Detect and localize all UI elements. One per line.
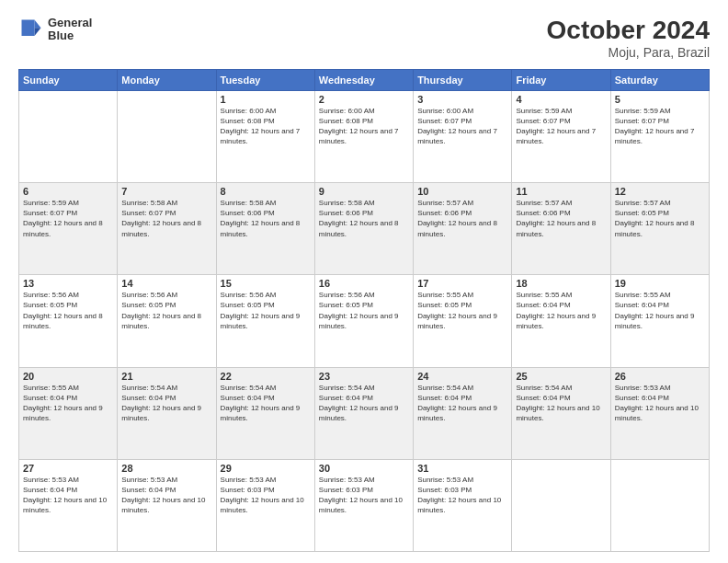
day-number: 24 (417, 371, 507, 382)
day-number: 22 (221, 371, 311, 382)
calendar-cell: 22Sunrise: 5:54 AMSunset: 6:04 PMDayligh… (216, 367, 314, 459)
calendar-cell: 14Sunrise: 5:56 AMSunset: 6:05 PMDayligh… (118, 275, 216, 367)
day-number: 26 (615, 371, 705, 382)
day-info: Sunrise: 5:58 AMSunset: 6:06 PMDaylight:… (221, 198, 311, 239)
day-header-friday: Friday (512, 69, 610, 90)
day-number: 14 (121, 278, 211, 289)
calendar-cell: 24Sunrise: 5:54 AMSunset: 6:04 PMDayligh… (414, 367, 512, 459)
calendar-cell: 18Sunrise: 5:55 AMSunset: 6:04 PMDayligh… (512, 275, 610, 367)
calendar-cell: 8Sunrise: 5:58 AMSunset: 6:06 PMDaylight… (216, 183, 314, 275)
calendar-cell: 3Sunrise: 6:00 AMSunset: 6:07 PMDaylight… (414, 90, 512, 182)
calendar-cell: 6Sunrise: 5:59 AMSunset: 6:07 PMDaylight… (19, 183, 118, 275)
calendar-cell: 5Sunrise: 5:59 AMSunset: 6:07 PMDaylight… (610, 90, 709, 182)
calendar-cell: 28Sunrise: 5:53 AMSunset: 6:04 PMDayligh… (118, 459, 216, 551)
calendar-cell: 15Sunrise: 5:56 AMSunset: 6:05 PMDayligh… (216, 275, 314, 367)
week-row-4: 20Sunrise: 5:55 AMSunset: 6:04 PMDayligh… (19, 367, 710, 459)
calendar-cell: 19Sunrise: 5:55 AMSunset: 6:04 PMDayligh… (610, 275, 709, 367)
logo-line1: General (48, 17, 92, 29)
day-info: Sunrise: 5:53 AMSunset: 6:04 PMDaylight:… (615, 383, 705, 424)
calendar-cell: 12Sunrise: 5:57 AMSunset: 6:05 PMDayligh… (610, 183, 709, 275)
day-number: 5 (615, 94, 705, 105)
day-info: Sunrise: 5:57 AMSunset: 6:06 PMDaylight:… (417, 198, 507, 239)
day-info: Sunrise: 5:56 AMSunset: 6:05 PMDaylight:… (23, 290, 113, 331)
calendar-cell: 13Sunrise: 5:56 AMSunset: 6:05 PMDayligh… (19, 275, 118, 367)
calendar-cell: 4Sunrise: 5:59 AMSunset: 6:07 PMDaylight… (512, 90, 610, 182)
day-header-wednesday: Wednesday (314, 69, 413, 90)
day-number: 4 (516, 94, 606, 105)
calendar-cell (512, 459, 610, 551)
day-info: Sunrise: 5:53 AMSunset: 6:04 PMDaylight:… (121, 475, 211, 516)
day-number: 12 (615, 186, 705, 197)
header: General Blue October 2024 Moju, Para, Br… (18, 17, 710, 60)
day-info: Sunrise: 5:54 AMSunset: 6:04 PMDaylight:… (221, 383, 311, 424)
calendar-subtitle: Moju, Para, Brazil (547, 45, 710, 60)
title-area: October 2024 Moju, Para, Brazil (547, 17, 710, 60)
day-number: 2 (319, 94, 409, 105)
day-number: 25 (516, 371, 606, 382)
calendar-cell: 16Sunrise: 5:56 AMSunset: 6:05 PMDayligh… (314, 275, 413, 367)
day-info: Sunrise: 5:59 AMSunset: 6:07 PMDaylight:… (23, 198, 113, 239)
day-info: Sunrise: 5:53 AMSunset: 6:03 PMDaylight:… (319, 475, 409, 516)
day-info: Sunrise: 5:56 AMSunset: 6:05 PMDaylight:… (319, 290, 409, 331)
day-info: Sunrise: 5:54 AMSunset: 6:04 PMDaylight:… (417, 383, 507, 424)
day-number: 31 (417, 463, 507, 474)
calendar-table: SundayMondayTuesdayWednesdayThursdayFrid… (18, 69, 710, 552)
calendar-cell: 11Sunrise: 5:57 AMSunset: 6:06 PMDayligh… (512, 183, 610, 275)
day-info: Sunrise: 6:00 AMSunset: 6:08 PMDaylight:… (221, 106, 311, 147)
calendar-cell: 1Sunrise: 6:00 AMSunset: 6:08 PMDaylight… (216, 90, 314, 182)
day-number: 9 (319, 186, 409, 197)
day-info: Sunrise: 5:53 AMSunset: 6:03 PMDaylight:… (221, 475, 311, 516)
day-number: 11 (516, 186, 606, 197)
week-row-3: 13Sunrise: 5:56 AMSunset: 6:05 PMDayligh… (19, 275, 710, 367)
calendar-cell: 21Sunrise: 5:54 AMSunset: 6:04 PMDayligh… (118, 367, 216, 459)
calendar-cell: 10Sunrise: 5:57 AMSunset: 6:06 PMDayligh… (414, 183, 512, 275)
calendar-cell: 31Sunrise: 5:53 AMSunset: 6:03 PMDayligh… (414, 459, 512, 551)
week-row-1: 1Sunrise: 6:00 AMSunset: 6:08 PMDaylight… (19, 90, 710, 182)
calendar-cell: 30Sunrise: 5:53 AMSunset: 6:03 PMDayligh… (314, 459, 413, 551)
day-number: 15 (221, 278, 311, 289)
day-number: 29 (221, 463, 311, 474)
day-info: Sunrise: 5:54 AMSunset: 6:04 PMDaylight:… (319, 383, 409, 424)
day-number: 8 (221, 186, 311, 197)
day-number: 16 (319, 278, 409, 289)
day-number: 10 (417, 186, 507, 197)
day-number: 18 (516, 278, 606, 289)
svg-marker-1 (35, 29, 41, 37)
calendar-cell: 20Sunrise: 5:55 AMSunset: 6:04 PMDayligh… (19, 367, 118, 459)
calendar-cell: 29Sunrise: 5:53 AMSunset: 6:03 PMDayligh… (216, 459, 314, 551)
day-info: Sunrise: 5:59 AMSunset: 6:07 PMDaylight:… (615, 106, 705, 147)
day-info: Sunrise: 6:00 AMSunset: 6:07 PMDaylight:… (417, 106, 507, 147)
day-info: Sunrise: 5:55 AMSunset: 6:04 PMDaylight:… (23, 383, 113, 424)
day-header-saturday: Saturday (610, 69, 709, 90)
calendar-cell: 17Sunrise: 5:55 AMSunset: 6:05 PMDayligh… (414, 275, 512, 367)
calendar-cell (19, 90, 118, 182)
day-info: Sunrise: 5:59 AMSunset: 6:07 PMDaylight:… (516, 106, 606, 147)
day-info: Sunrise: 5:53 AMSunset: 6:04 PMDaylight:… (23, 475, 113, 516)
day-number: 7 (121, 186, 211, 197)
day-info: Sunrise: 5:55 AMSunset: 6:05 PMDaylight:… (417, 290, 507, 331)
day-header-monday: Monday (118, 69, 216, 90)
day-number: 23 (319, 371, 409, 382)
day-number: 6 (23, 186, 113, 197)
day-info: Sunrise: 6:00 AMSunset: 6:08 PMDaylight:… (319, 106, 409, 147)
calendar-cell (610, 459, 709, 551)
day-info: Sunrise: 5:54 AMSunset: 6:04 PMDaylight:… (121, 383, 211, 424)
calendar-cell: 27Sunrise: 5:53 AMSunset: 6:04 PMDayligh… (19, 459, 118, 551)
day-info: Sunrise: 5:53 AMSunset: 6:03 PMDaylight:… (417, 475, 507, 516)
day-info: Sunrise: 5:57 AMSunset: 6:05 PMDaylight:… (615, 198, 705, 239)
logo-text: General Blue (48, 17, 92, 43)
day-number: 30 (319, 463, 409, 474)
calendar-cell (118, 90, 216, 182)
day-number: 21 (121, 371, 211, 382)
logo-icon (18, 17, 44, 42)
day-number: 28 (121, 463, 211, 474)
calendar-cell: 7Sunrise: 5:58 AMSunset: 6:07 PMDaylight… (118, 183, 216, 275)
day-info: Sunrise: 5:55 AMSunset: 6:04 PMDaylight:… (615, 290, 705, 331)
day-number: 17 (417, 278, 507, 289)
calendar-title: October 2024 (547, 17, 710, 45)
day-info: Sunrise: 5:58 AMSunset: 6:07 PMDaylight:… (121, 198, 211, 239)
calendar-cell: 9Sunrise: 5:58 AMSunset: 6:06 PMDaylight… (314, 183, 413, 275)
day-info: Sunrise: 5:56 AMSunset: 6:05 PMDaylight:… (121, 290, 211, 331)
day-info: Sunrise: 5:57 AMSunset: 6:06 PMDaylight:… (516, 198, 606, 239)
day-number: 1 (221, 94, 311, 105)
